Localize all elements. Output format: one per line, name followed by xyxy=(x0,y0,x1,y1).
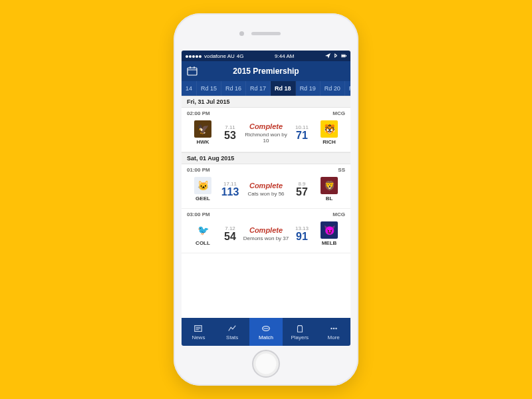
tab-label: Players xyxy=(291,334,309,340)
tab-match[interactable]: Match xyxy=(249,318,283,346)
svg-rect-2 xyxy=(346,55,346,57)
team-home: 🐱GEEL xyxy=(187,177,219,201)
home-button[interactable] xyxy=(252,350,280,378)
rounds-scroller[interactable]: 14Rd 15Rd 16Rd 17Rd 18Rd 19Rd 20Rd 21R xyxy=(182,81,350,96)
network-label: 4G xyxy=(237,53,244,59)
match-venue: MCG xyxy=(332,110,345,116)
match-byline: Richmond won by 10 xyxy=(241,132,291,144)
team-home: 🐦COLL xyxy=(187,221,219,246)
tab-news[interactable]: News xyxy=(182,318,215,346)
tab-more[interactable]: More xyxy=(317,318,350,346)
match-center: CompleteDemons won by 37 xyxy=(241,226,291,241)
phone-camera xyxy=(239,31,244,36)
match-meta: 01:00 PMSS xyxy=(182,164,350,173)
match-icon xyxy=(261,324,271,333)
match-status: Complete xyxy=(241,226,291,234)
match-center: CompleteRichmond won by 10 xyxy=(241,122,291,144)
match-time: 01:00 PM xyxy=(187,167,210,173)
team-abbr: BL xyxy=(313,196,345,201)
round-tab[interactable]: Rd 20 xyxy=(321,81,345,96)
match-status: Complete xyxy=(241,182,291,190)
team-logo-icon: 🦁 xyxy=(321,177,338,194)
score: 71 xyxy=(291,130,313,141)
page-title: 2015 Premiership xyxy=(233,66,299,76)
team-logo-icon: 🦅 xyxy=(194,120,211,138)
team-home: 🦅HWK xyxy=(187,120,219,145)
day-header: Sat, 01 Aug 2015 xyxy=(182,152,350,164)
battery-icon xyxy=(341,53,346,59)
tab-label: Match xyxy=(259,334,273,340)
round-tab[interactable]: Rd 17 xyxy=(246,81,271,96)
tab-players[interactable]: Players xyxy=(283,318,317,346)
status-bar: vodafone AU 4G 9:44 AM xyxy=(182,51,350,61)
team-logo-icon: 🐯 xyxy=(321,120,338,138)
score-block: 7.1254 xyxy=(219,225,241,242)
tab-label: Stats xyxy=(226,334,238,340)
score-block: 7.1153 xyxy=(219,124,241,141)
team-abbr: COLL xyxy=(187,240,219,246)
score: 113 xyxy=(219,187,241,198)
match-row[interactable]: 🐦COLL7.1254CompleteDemons won by 3713.13… xyxy=(182,217,350,253)
score: 91 xyxy=(291,231,313,242)
team-abbr: GEEL xyxy=(187,196,219,201)
svg-rect-3 xyxy=(188,68,197,75)
round-tab[interactable]: Rd 19 xyxy=(296,81,321,96)
app-header: 2015 Premiership xyxy=(182,61,350,81)
players-icon xyxy=(295,324,305,333)
phone-frame: vodafone AU 4G 9:44 AM 2015 Premiership … xyxy=(174,13,358,386)
match-venue: SS xyxy=(338,167,345,173)
team-away: 🦁BL xyxy=(313,177,345,201)
score: 57 xyxy=(291,187,313,198)
match-venue: MCG xyxy=(332,211,345,217)
round-tab[interactable]: Rd 16 xyxy=(221,81,246,96)
svg-point-15 xyxy=(335,327,336,329)
round-tab[interactable]: 14 xyxy=(182,81,197,96)
tab-label: More xyxy=(327,334,339,340)
match-meta: 02:00 PMMCG xyxy=(182,108,350,116)
day-header: Fri, 31 Jul 2015 xyxy=(182,96,350,108)
round-tab[interactable]: Rd 15 xyxy=(197,81,221,96)
more-icon xyxy=(329,324,339,333)
match-time: 03:00 PM xyxy=(187,211,210,217)
phone-speaker xyxy=(251,32,281,35)
match-center: CompleteCats won by 56 xyxy=(241,182,291,197)
team-away: 😈MELB xyxy=(313,221,345,246)
tab-stats[interactable]: Stats xyxy=(215,318,249,346)
score: 53 xyxy=(219,130,241,141)
svg-point-14 xyxy=(332,327,334,329)
score-block: 13.1391 xyxy=(291,225,313,242)
tab-label: News xyxy=(192,334,205,340)
bluetooth-icon xyxy=(333,53,338,59)
team-abbr: MELB xyxy=(313,240,345,246)
team-logo-icon: 🐱 xyxy=(194,177,211,194)
score-block: 17.11113 xyxy=(219,181,241,198)
score: 54 xyxy=(219,231,241,242)
team-logo-icon: 🐦 xyxy=(194,221,211,239)
signal-dots-icon xyxy=(186,53,202,59)
match-list[interactable]: Fri, 31 Jul 201502:00 PMMCG🦅HWK7.1153Com… xyxy=(182,96,350,318)
team-away: 🐯RICH xyxy=(313,120,345,145)
score-block: 8.957 xyxy=(291,181,313,198)
match-byline: Cats won by 56 xyxy=(241,191,291,197)
team-abbr: HWK xyxy=(187,139,219,145)
match-row[interactable]: 🦅HWK7.1153CompleteRichmond won by 1010.1… xyxy=(182,116,350,152)
round-tab[interactable]: Rd 18 xyxy=(271,81,296,96)
match-status: Complete xyxy=(241,122,291,130)
carrier-label: vodafone AU xyxy=(204,53,235,59)
stats-icon xyxy=(227,324,237,333)
news-icon xyxy=(193,324,203,333)
svg-rect-1 xyxy=(342,55,346,57)
team-logo-icon: 😈 xyxy=(321,221,338,239)
match-meta: 03:00 PMMCG xyxy=(182,209,350,217)
calendar-icon[interactable] xyxy=(187,66,198,76)
app-screen: vodafone AU 4G 9:44 AM 2015 Premiership … xyxy=(182,51,350,346)
round-tab[interactable]: Rd 21 xyxy=(345,81,350,96)
svg-point-13 xyxy=(331,327,332,329)
match-row[interactable]: 🐱GEEL17.11113CompleteCats won by 568.957… xyxy=(182,173,350,209)
match-time: 02:00 PM xyxy=(187,110,210,116)
location-icon xyxy=(325,53,331,59)
clock-label: 9:44 AM xyxy=(275,53,294,59)
tab-bar: NewsStatsMatchPlayersMore xyxy=(182,318,350,346)
team-abbr: RICH xyxy=(313,139,345,145)
score-block: 10.1171 xyxy=(291,124,313,141)
